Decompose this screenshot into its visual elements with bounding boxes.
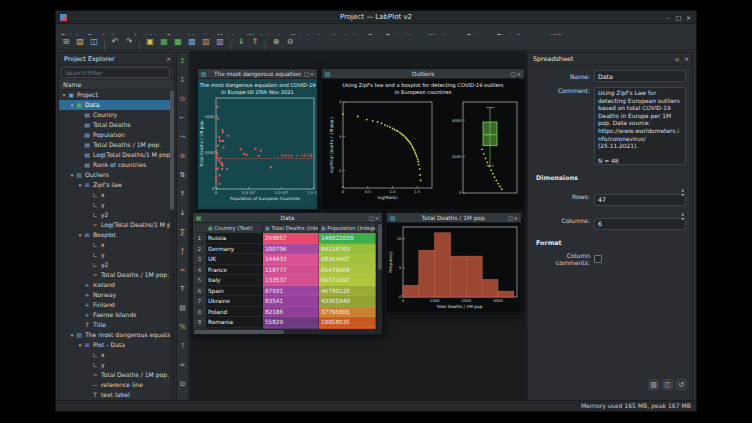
mdi-titlebar[interactable]: ▨ Outliers □× [322, 69, 524, 79]
tree-name-header[interactable]: Name [59, 80, 174, 90]
mdi-close-icon[interactable]: × [514, 215, 519, 221]
row-header[interactable]: 2 [193, 244, 206, 255]
tree-item-faeroe-islands[interactable]: + Faeroe Islands [59, 310, 170, 320]
cell-country[interactable]: Italy [206, 275, 263, 286]
tree-item-y2[interactable]: ∟ y2 [59, 260, 170, 270]
insert-column-right-icon[interactable]: → [177, 132, 188, 143]
tree-item-total-deaths-1m-pop-[interactable]: ≈ Total Deaths / 1M pop. [59, 370, 170, 380]
tree-item-total-deaths-1m-pop-[interactable]: ▤ Total Deaths / 1M pop. [59, 140, 170, 150]
new-project-icon[interactable]: ⊞ [60, 36, 72, 48]
cell-population[interactable]: 46780120 [319, 286, 376, 297]
sheet-vertical-scrollbar[interactable] [377, 223, 382, 329]
tree-item-log-total-deaths-1-m-pop-[interactable]: ▤ Log(Total Deaths/1 M pop.) [59, 150, 170, 160]
mdi-titlebar[interactable]: ▨ The most dangerous equation □× [198, 69, 317, 79]
open-project-icon[interactable]: ▨ [74, 36, 86, 48]
dock-close-icon[interactable]: × [166, 53, 171, 65]
worksheet-canvas[interactable]: The most dangerous equation and COVID-19… [198, 79, 317, 209]
cell-total-deaths[interactable]: 100796 [263, 244, 319, 255]
cell-population[interactable]: 37795805 [319, 307, 376, 318]
cell-population[interactable]: 65478668 [319, 265, 376, 276]
insert-row-above-icon[interactable]: ↥ [177, 56, 188, 67]
cell-total-deaths[interactable]: 144433 [263, 254, 319, 265]
zoom-in-icon[interactable]: ⊕ [270, 36, 282, 48]
tree-item-total-deaths[interactable]: ▤ Total Deaths [59, 120, 170, 130]
cell-country[interactable]: Ukraine [206, 296, 263, 307]
cell-population[interactable]: 84158769 [319, 244, 376, 255]
comment-field[interactable]: Using Zipf's Law for detecting European … [594, 87, 686, 165]
cell-country[interactable]: France [206, 265, 263, 276]
cell-country[interactable]: Spain [206, 286, 263, 297]
tree-item-population[interactable]: ▤ Population [59, 130, 170, 140]
column-header[interactable]: ▦ Country (Text) [206, 223, 263, 233]
cell-country[interactable]: Russia [206, 233, 263, 244]
add-text-column-icon[interactable]: T [177, 284, 188, 295]
equidistant-values-icon[interactable]: = [177, 360, 188, 371]
sheet-horizontal-scrollbar[interactable] [193, 329, 382, 334]
worksheet-canvas[interactable]: 01000200030000510Total Deaths / 1M pop.F… [387, 223, 521, 312]
new-notebook-icon[interactable]: ▥ [214, 36, 226, 48]
worksheet-window-equation[interactable]: ▨ The most dangerous equation □× The mos… [197, 68, 318, 210]
spin-arrows-icon[interactable]: ▲▼ [682, 188, 684, 198]
titlebar[interactable]: Project — LabPlot v2 – □ × [56, 11, 696, 24]
row-header[interactable]: 4 [193, 265, 206, 276]
tree-item-data[interactable]: ▾▦ Data [59, 100, 170, 110]
cell-total-deaths[interactable]: 82186 [263, 307, 319, 318]
tree-item-norway[interactable]: + Norway [59, 290, 170, 300]
cell-total-deaths[interactable]: 87931 [263, 286, 319, 297]
row-header[interactable]: 9 [193, 317, 206, 328]
tree-item-y[interactable]: ∟ y [59, 250, 170, 260]
tree-scrollbar[interactable] [170, 90, 174, 399]
save-project-icon[interactable]: ◫ [88, 36, 100, 48]
normalize-icon[interactable]: % [177, 322, 188, 333]
tree-item-finland[interactable]: + Finland [59, 300, 170, 310]
tree-item-x[interactable]: ∟ x [59, 350, 170, 360]
name-field[interactable] [594, 70, 686, 82]
row-header[interactable]: 3 [193, 254, 206, 265]
row-header[interactable]: 7 [193, 296, 206, 307]
column-comments-checkbox[interactable] [594, 255, 602, 263]
cell-country[interactable]: Romania [206, 317, 263, 328]
tree-item-plot-data[interactable]: ▾⊞ Plot - Data [59, 340, 170, 350]
export-data-icon[interactable]: ⇑ [249, 36, 261, 48]
sort-descending-icon[interactable]: ↓ [177, 208, 188, 219]
worksheet-window-outliers[interactable]: ▨ Outliers □× Using Zipf's law and a box… [321, 68, 525, 210]
tree-item-project[interactable]: ▾▣ Project [59, 90, 170, 100]
tree-item-title[interactable]: T Title [59, 320, 170, 330]
cell-total-deaths[interactable]: 118777 [263, 265, 319, 276]
redo-icon[interactable]: ↷ [123, 36, 135, 48]
cell-total-deaths[interactable]: 83541 [263, 296, 319, 307]
maximize-button[interactable]: □ [674, 13, 683, 22]
corner-cell[interactable] [193, 223, 206, 233]
column-header[interactable]: ▦ Population (Integer) [319, 223, 376, 233]
cell-population[interactable]: 60371997 [319, 275, 376, 286]
cell-country[interactable]: Poland [206, 307, 263, 318]
row-header[interactable]: 8 [193, 307, 206, 318]
tree-item-y2[interactable]: ∟ y2 [59, 210, 170, 220]
cell-country[interactable]: Germany [206, 244, 263, 255]
new-folder-icon[interactable]: ▣ [144, 36, 156, 48]
column-header[interactable]: ▦ Total Deaths (Integer) [263, 223, 319, 233]
mdi-titlebar[interactable]: ▨ Total Deaths / 1M pop. □× [387, 213, 521, 223]
load-template-icon[interactable]: ▥ [648, 379, 659, 390]
insert-row-below-icon[interactable]: ↧ [177, 75, 188, 86]
row-header[interactable]: 6 [193, 286, 206, 297]
mdi-close-icon[interactable]: × [375, 215, 380, 221]
worksheet-canvas[interactable]: Using Zipf's law and a boxplot for detec… [322, 79, 524, 209]
tree-item-the-most-dangerous-equation[interactable]: ▾▨ The most dangerous equation [59, 330, 170, 340]
recalculate-icon[interactable]: ƒ [177, 246, 188, 257]
worksheet-window-histogram[interactable]: ▨ Total Deaths / 1M pop. □× 010002000300… [386, 212, 522, 313]
tree-item-total-deaths-1m-pop-[interactable]: ≈ Total Deaths / 1M pop. [59, 270, 170, 280]
spreadsheet-window-data[interactable]: ▦ Data □× ▦ Country (Text)▦ Total Deaths… [192, 212, 383, 335]
scrollbar-thumb[interactable] [170, 90, 174, 210]
tree-item-rank-of-countries[interactable]: ▤ Rank of countries [59, 160, 170, 170]
row-header[interactable]: 5 [193, 275, 206, 286]
reset-template-icon[interactable]: ↺ [676, 379, 687, 390]
columns-spinbox[interactable] [594, 218, 686, 230]
zoom-out-icon[interactable]: ⊖ [284, 36, 296, 48]
tree-item-outliers[interactable]: ▾▨ Outliers [59, 170, 170, 180]
cell-population[interactable]: 43365949 [319, 296, 376, 307]
mask-values-icon[interactable]: ▧ [177, 303, 188, 314]
rows-spinbox[interactable] [594, 194, 686, 206]
tree-item-y[interactable]: ∟ y [59, 200, 170, 210]
cell-population[interactable]: 146022038 [319, 233, 376, 244]
